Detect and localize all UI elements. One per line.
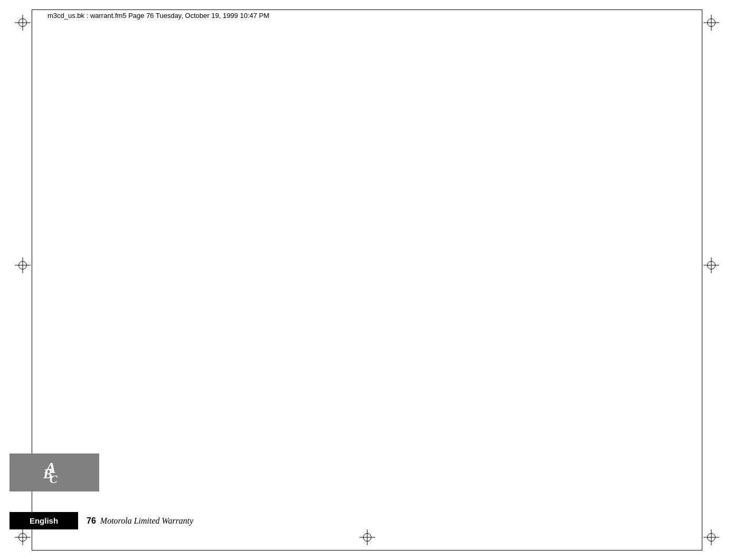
crosshair-middle-right xyxy=(703,257,719,273)
crosshair-middle-left xyxy=(15,257,31,273)
crosshair-top-right xyxy=(703,15,719,31)
bottom-border-line xyxy=(32,550,702,551)
abc-icon-box: A B C xyxy=(9,453,99,491)
crosshair-bottom-right xyxy=(703,529,719,545)
crosshair-bottom-left xyxy=(15,529,31,545)
language-badge: English xyxy=(9,512,78,529)
header-text: m3cd_us.bk : warrant.fm5 Page 76 Tuesday… xyxy=(47,12,269,20)
top-border-line xyxy=(32,9,702,10)
page-number: 76 xyxy=(87,516,96,526)
page-info: 76 Motorola Limited Warranty xyxy=(87,516,193,526)
crosshair-bottom-center xyxy=(359,529,375,545)
crosshair-top-left xyxy=(15,15,31,31)
abc-logo: A B C xyxy=(41,459,68,486)
right-border-line xyxy=(702,9,702,551)
footer-bar: English 76 Motorola Limited Warranty xyxy=(9,512,193,529)
page-title: Motorola Limited Warranty xyxy=(100,516,194,526)
letter-c-icon: C xyxy=(50,472,58,486)
language-label: English xyxy=(30,516,58,525)
